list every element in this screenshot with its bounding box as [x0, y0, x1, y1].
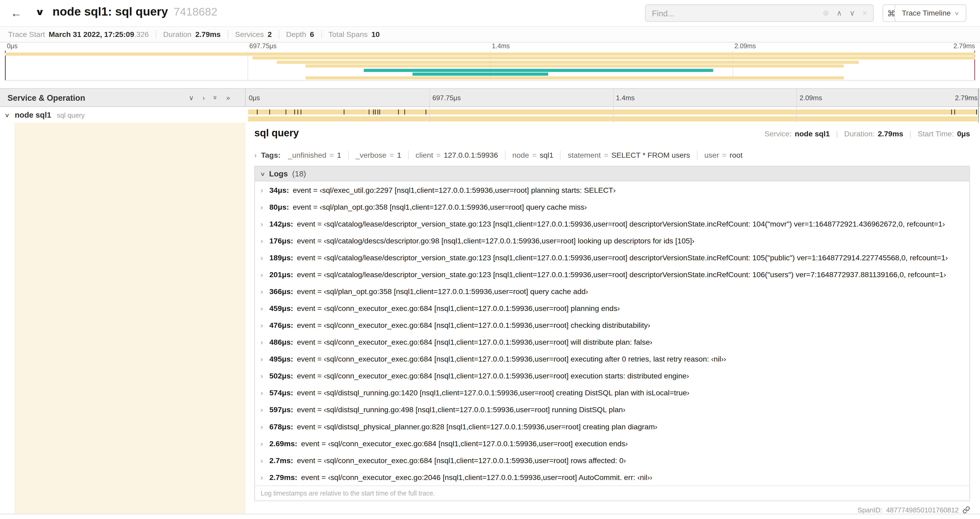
minimap-span: [252, 56, 975, 60]
log-message: event = ‹sql/distsql_running.go:1420 [ns…: [297, 388, 689, 397]
start-time-value: 0μs: [957, 129, 970, 138]
log-row[interactable]: ›80μs:event = ‹sql/plan_opt.go:358 [nsql…: [255, 198, 969, 215]
span-detail-row: sql query Service: node sql1 | Duration:…: [0, 123, 980, 514]
log-message: event = ‹sql/catalog/lease/descriptor_ve…: [297, 253, 948, 262]
log-row[interactable]: ›476μs:event = ‹sql/conn_executor_exec.g…: [255, 316, 969, 333]
minimap-canvas[interactable]: [5, 51, 975, 81]
log-row[interactable]: ›459μs:event = ‹sql/conn_executor_exec.g…: [255, 300, 969, 316]
timeline-end-handle[interactable]: [978, 89, 979, 106]
chevron-right-icon: ›: [261, 372, 269, 379]
log-row[interactable]: ›678μs:event = ‹sql/distsql_physical_pla…: [255, 418, 969, 435]
summary-item: Total Spans10: [322, 30, 387, 39]
span-bar-cell[interactable]: [245, 107, 980, 123]
log-timestamp: 366μs:: [269, 287, 293, 295]
log-row[interactable]: ›2.79ms:event = ‹sql/conn_executor_exec.…: [255, 469, 969, 485]
service-operation-title: Service & Operation: [7, 93, 189, 102]
timeline-gridline: [429, 107, 430, 123]
log-message: event = ‹sql/conn_executor_exec.go:684 […: [301, 439, 628, 447]
timeline-gridline: [613, 107, 613, 123]
log-row[interactable]: ›34μs:event = ‹sql/exec_util.go:2297 [ns…: [255, 181, 969, 198]
log-row[interactable]: ›2.69ms:event = ‹sql/conn_executor_exec.…: [255, 435, 969, 452]
tag-key: statement: [568, 151, 601, 160]
log-timestamp: 80μs:: [269, 202, 289, 211]
log-message: event = ‹sql/conn_executor_exec.go:684 […: [297, 304, 620, 313]
span-log-tick: [398, 109, 399, 115]
tags-label: Tags:: [261, 151, 280, 160]
span-log-tick: [377, 109, 378, 115]
back-arrow-icon: ←: [11, 6, 22, 20]
back-button[interactable]: ←: [7, 5, 25, 22]
tag-key: node: [512, 151, 529, 160]
tag-item: _unfinished=1: [284, 151, 349, 160]
tag-item: statement=SELECT * FROM users: [561, 151, 697, 160]
span-collapse-icon[interactable]: ∨: [5, 112, 10, 118]
service-label: Service:: [765, 129, 792, 138]
log-row[interactable]: ›495μs:event = ‹sql/conn_executor_exec.g…: [255, 350, 969, 367]
log-row[interactable]: ›201μs:event = ‹sql/catalog/lease/descri…: [255, 266, 969, 283]
log-row[interactable]: ›574μs:event = ‹sql/distsql_running.go:1…: [255, 384, 969, 401]
log-timestamp: 495μs:: [269, 355, 293, 363]
trace-collapse-icon[interactable]: ∨: [35, 7, 45, 17]
tick-label: 2.09ms: [733, 42, 756, 50]
trace-title: node sql1: sql query7418682: [52, 5, 217, 19]
span-log-tick: [976, 109, 977, 115]
detail-title: sql query: [255, 128, 299, 139]
summary-item: Trace StartMarch 31 2022, 17:25:09.326: [1, 30, 156, 39]
log-row[interactable]: ›486μs:event = ‹sql/conn_executor_exec.g…: [255, 334, 969, 350]
log-row[interactable]: ›176μs:event = ‹sql/catalog/descs/descri…: [255, 232, 969, 249]
tick-label: 697.75μs: [247, 42, 276, 50]
span-row[interactable]: ∨ node sql1 sql query: [0, 107, 980, 123]
chevron-right-icon: ›: [261, 355, 269, 363]
trace-timeline-dropdown[interactable]: Trace Timeline ∨: [894, 5, 966, 22]
summary-item-suffix: .326: [134, 30, 149, 39]
chevron-right-icon: ›: [261, 220, 269, 227]
tick-label: 1.4ms: [613, 94, 635, 101]
log-row[interactable]: ›366μs:event = ‹sql/plan_opt.go:358 [nsq…: [255, 283, 969, 300]
chevron-right-icon: ›: [261, 304, 269, 312]
find-input[interactable]: [646, 8, 816, 18]
logs-header[interactable]: ∨ Logs (18): [255, 166, 969, 181]
collapse-one-icon[interactable]: ∨: [189, 94, 194, 102]
log-message: event = ‹sql/catalog/lease/descriptor_ve…: [297, 270, 946, 279]
prev-result-icon[interactable]: ∧: [837, 10, 842, 17]
span-log-tick: [269, 109, 270, 115]
summary-item-value: 6: [310, 30, 314, 39]
span-log-tick: [344, 109, 344, 115]
timeline-gridline: [796, 107, 797, 123]
next-result-icon[interactable]: ∨: [850, 10, 855, 17]
timeline-end-handle[interactable]: [978, 107, 979, 123]
command-icon: ⌘: [887, 8, 896, 18]
search-zoom-icon[interactable]: ⊕: [823, 10, 829, 17]
log-timestamp: 34μs:: [269, 185, 289, 194]
span-log-tick: [951, 109, 952, 115]
tags-list: _unfinished=1_verbose=1client=127.0.0.1:…: [284, 151, 749, 160]
summary-item-value: 2: [268, 30, 272, 39]
minimap-span: [364, 69, 713, 72]
span-service-name: node sql1: [15, 110, 51, 119]
tag-value: sql1: [540, 151, 554, 160]
log-row[interactable]: ›142μs:event = ‹sql/catalog/lease/descri…: [255, 215, 969, 232]
expand-one-icon[interactable]: ›: [203, 94, 205, 101]
log-timestamp: 486μs:: [269, 338, 293, 346]
trace-minimap[interactable]: 0μs697.75μs1.4ms2.09ms2.79ms: [0, 43, 980, 81]
log-row[interactable]: ›2.7ms:event = ‹sql/conn_executor_exec.g…: [255, 452, 969, 469]
link-icon[interactable]: [963, 506, 970, 513]
span-log-tick: [404, 109, 405, 115]
timeline-axis: 0μs697.75μs1.4ms2.09ms2.79ms: [245, 89, 980, 106]
tick-label: 0μs: [5, 42, 18, 50]
span-name-cell[interactable]: ∨ node sql1 sql query: [0, 107, 245, 123]
summary-item: Depth6: [279, 30, 322, 39]
tags-row[interactable]: › Tags: _unfinished=1_verbose=1client=12…: [255, 146, 970, 164]
log-row[interactable]: ›189μs:event = ‹sql/catalog/lease/descri…: [255, 249, 969, 266]
collapse-all-icon[interactable]: »: [212, 96, 219, 100]
clear-search-icon[interactable]: ×: [862, 10, 867, 17]
log-row[interactable]: ›597μs:event = ‹sql/distsql_running.go:4…: [255, 401, 969, 418]
span-log-tick: [379, 109, 380, 115]
trace-title-text: node sql1: sql query: [52, 5, 168, 18]
tag-equals: =: [390, 151, 394, 160]
tick-label: 2.79ms: [953, 42, 975, 50]
tag-equals: =: [532, 151, 537, 160]
log-row[interactable]: ›502μs:event = ‹sql/conn_executor_exec.g…: [255, 367, 969, 384]
expand-all-icon[interactable]: »: [226, 94, 230, 101]
log-message: event = ‹sql/conn_executor_exec.go:2046 …: [301, 473, 652, 481]
